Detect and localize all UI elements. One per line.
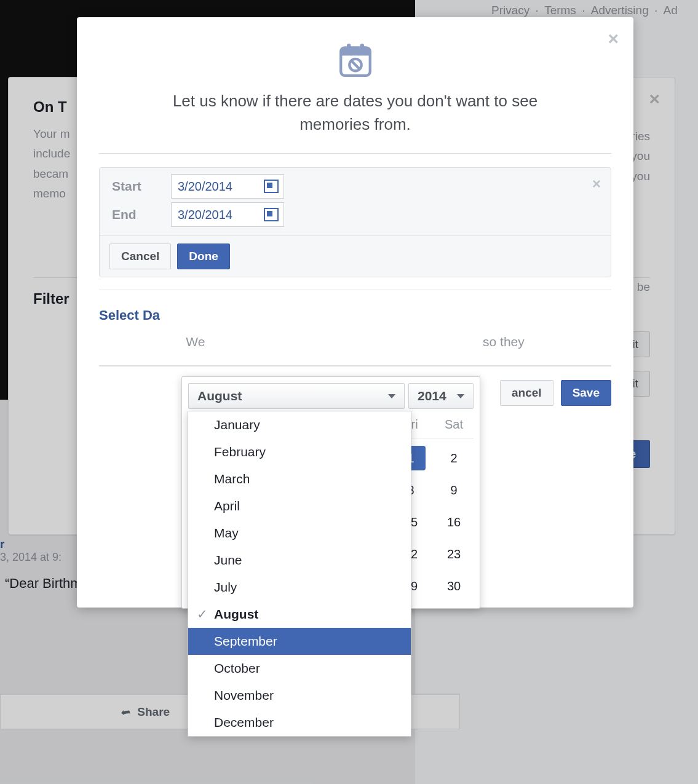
end-date-input[interactable]: 3/20/2014 [171, 202, 284, 227]
svg-rect-2 [346, 44, 350, 52]
calendar-icon [264, 208, 279, 221]
calendar-day[interactable]: 9 [439, 478, 469, 502]
hint-suffix: so they [483, 335, 525, 349]
add-dates-hint: We so they [99, 327, 611, 365]
start-date-value: 3/20/2014 [178, 180, 232, 194]
end-date-value: 3/20/2014 [178, 208, 232, 222]
month-option[interactable]: September [188, 628, 411, 655]
month-option[interactable]: December [188, 709, 411, 736]
close-icon[interactable]: × [592, 175, 601, 192]
svg-rect-1 [341, 47, 370, 55]
chevron-down-icon [388, 394, 395, 398]
chevron-down-icon [457, 394, 464, 398]
svg-rect-3 [360, 44, 363, 52]
month-option[interactable]: May [188, 520, 411, 547]
calendar-day[interactable]: 16 [439, 510, 469, 534]
month-option[interactable]: January [188, 411, 411, 438]
date-filter-card: × Start 3/20/2014 End 3/20/2014 Cancel D… [99, 167, 611, 277]
date-filter-footer: Cancel Done [100, 236, 611, 277]
calendar-icon [264, 180, 279, 193]
divider [99, 153, 611, 154]
month-option[interactable]: October [188, 655, 411, 682]
month-option[interactable]: November [188, 682, 411, 709]
end-label: End [112, 207, 171, 222]
calendar-day[interactable]: 2 [439, 446, 469, 470]
save-button[interactable]: Save [561, 380, 611, 406]
calendar-block-icon [339, 42, 372, 79]
calendar-day[interactable]: 23 [439, 542, 469, 566]
start-date-input[interactable]: 3/20/2014 [171, 174, 284, 199]
modal-heading: Let us know if there are dates you don't… [99, 90, 611, 153]
month-dropdown[interactable]: JanuaryFebruaryMarchAprilMayJuneJulyAugu… [188, 411, 411, 737]
month-option[interactable]: June [188, 547, 411, 574]
month-option[interactable]: April [188, 493, 411, 520]
month-option[interactable]: August [188, 601, 411, 628]
month-option[interactable]: July [188, 574, 411, 601]
year-select-value: 2014 [418, 389, 446, 403]
cancel-button[interactable]: ancel [500, 380, 553, 406]
calendar-day[interactable]: 30 [439, 574, 469, 598]
month-option[interactable]: March [188, 465, 411, 493]
svg-line-5 [351, 61, 359, 69]
start-label: Start [112, 179, 171, 194]
year-select[interactable]: 2014 [408, 383, 474, 409]
close-icon[interactable]: × [608, 28, 619, 49]
done-button[interactable]: Done [177, 244, 230, 269]
month-select-value: August [197, 389, 242, 403]
hint-prefix: We [186, 335, 205, 349]
weekday-label: Sat [439, 418, 469, 432]
month-option[interactable]: February [188, 438, 411, 465]
select-dates-link[interactable]: Select Da [99, 290, 611, 327]
month-select[interactable]: August [188, 383, 405, 409]
cancel-button[interactable]: Cancel [109, 244, 171, 269]
